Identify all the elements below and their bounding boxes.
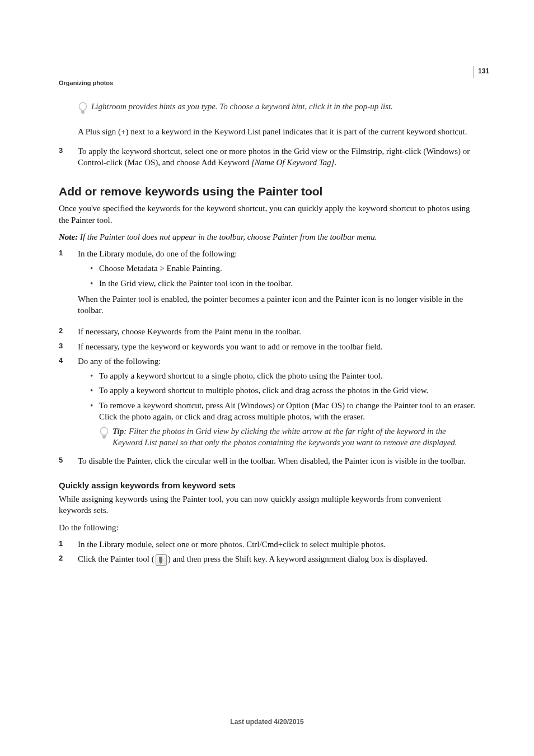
text: : Filter the photos in Grid view by clic…	[113, 427, 457, 447]
text: Do any of the following:	[78, 356, 475, 367]
paragraph: A Plus sign (+) next to a keyword in the…	[78, 126, 475, 137]
text-italic: [Name Of Keyword Tag]	[251, 158, 335, 167]
text: In the Library module, do one of the fol…	[78, 248, 475, 259]
step-body: Do any of the following: To apply a keyw…	[78, 356, 475, 452]
subsection-heading: Quickly assign keywords from keyword set…	[59, 480, 475, 491]
step-body: If necessary, type the keyword or keywor…	[78, 341, 475, 352]
step-number: 1	[59, 248, 78, 323]
bullet-list: Choose Metadata > Enable Painting. In th…	[90, 263, 475, 289]
list-item: Choose Metadata > Enable Painting.	[90, 263, 475, 274]
running-head: Organizing photos	[59, 80, 113, 86]
paragraph: While assigning keywords using the Paint…	[59, 493, 475, 516]
list-item: To remove a keyword shortcut, press Alt …	[90, 400, 475, 449]
bullet-list: To apply a keyword shortcut to a single …	[90, 370, 475, 449]
tip-label: Tip	[113, 427, 124, 436]
tip-callout: Lightroom provides hints as you type. To…	[78, 101, 475, 118]
step-item: 3 If necessary, type the keyword or keyw…	[59, 341, 475, 352]
page-number: 131	[473, 66, 489, 78]
paragraph: When the Painter tool is enabled, the po…	[78, 293, 475, 316]
step-item: 2 Click the Painter tool () and then pre…	[59, 553, 475, 566]
tip-text: Lightroom provides hints as you type. To…	[91, 101, 393, 112]
paragraph: Do the following:	[59, 522, 475, 533]
section-heading: Add or remove keywords using the Painter…	[59, 184, 475, 199]
step-item: 1 In the Library module, do one of the f…	[59, 248, 475, 323]
step-number: 2	[59, 553, 78, 566]
list-item: In the Grid view, click the Painter tool…	[90, 278, 475, 289]
step-body: Click the Painter tool () and then press…	[78, 553, 475, 566]
list-item: To apply a keyword shortcut to a single …	[90, 370, 475, 381]
content-area: Lightroom provides hints as you type. To…	[59, 101, 475, 566]
footer-last-updated: Last updated 4/20/2015	[0, 718, 534, 726]
step-item: 5 To disable the Painter, click the circ…	[59, 455, 475, 466]
step-number: 3	[59, 146, 78, 169]
page: Organizing photos 131 Lightroom provides…	[0, 0, 534, 756]
tip-callout: Tip: Filter the photos in Grid view by c…	[99, 426, 475, 449]
lightbulb-icon	[78, 102, 88, 118]
step-number: 4	[59, 356, 78, 452]
step-item: 3 To apply the keyword shortcut, select …	[59, 146, 475, 169]
tip-text: Tip: Filter the photos in Grid view by c…	[113, 426, 475, 449]
step-body: To disable the Painter, click the circul…	[78, 455, 475, 466]
step-item: 2 If necessary, choose Keywords from the…	[59, 326, 475, 337]
text: ) and then press the Shift key. A keywor…	[168, 554, 428, 563]
step-item: 1 In the Library module, select one or m…	[59, 539, 475, 550]
note-label: Note:	[59, 232, 80, 241]
list-item: To apply a keyword shortcut to multiple …	[90, 385, 475, 396]
step-item: 4 Do any of the following: To apply a ke…	[59, 356, 475, 452]
step-number: 2	[59, 326, 78, 337]
text: Click the Painter tool (	[78, 554, 154, 563]
note-text: If the Painter tool does not appear in t…	[80, 232, 377, 241]
note: Note: If the Painter tool does not appea…	[59, 231, 475, 242]
step-body: If necessary, choose Keywords from the P…	[78, 326, 475, 337]
svg-point-0	[79, 102, 87, 110]
text: To remove a keyword shortcut, press Alt …	[99, 401, 475, 421]
text: .	[334, 158, 336, 167]
step-body: In the Library module, select one or mor…	[78, 539, 475, 550]
step-number: 3	[59, 341, 78, 352]
painter-tool-icon	[156, 554, 167, 566]
step-body: In the Library module, do one of the fol…	[78, 248, 475, 323]
lightbulb-icon	[99, 427, 109, 443]
paragraph: Once you've specified the keywords for t…	[59, 203, 475, 226]
step-number: 5	[59, 455, 78, 466]
step-body: To apply the keyword shortcut, select on…	[78, 146, 475, 169]
step-number: 1	[59, 539, 78, 550]
svg-point-3	[101, 427, 108, 435]
